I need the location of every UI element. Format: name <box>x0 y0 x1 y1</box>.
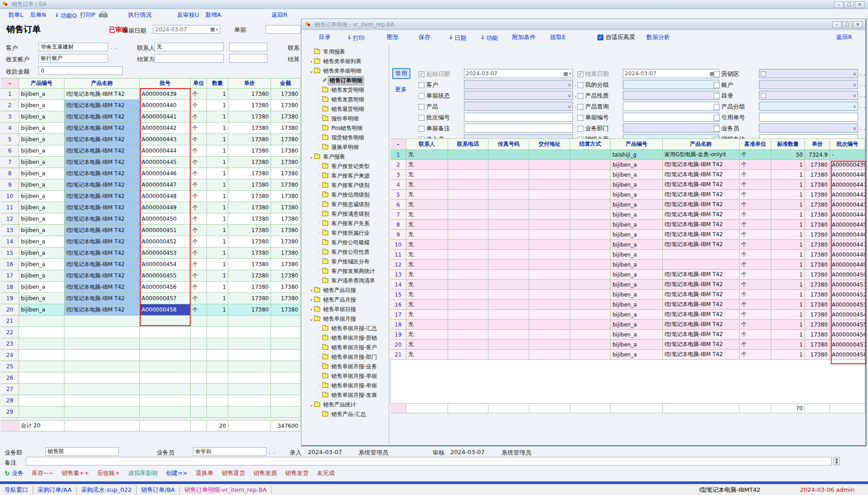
base-unit[interactable]: 个 <box>740 210 771 220</box>
empty-cell[interactable] <box>207 384 228 395</box>
settlement[interactable] <box>570 240 611 250</box>
product-name[interactable]: I型笔记本电脑-IBM T42 <box>64 248 140 259</box>
checkbox-unchecked-icon[interactable] <box>419 126 424 132</box>
tree-expand-icon[interactable]: › <box>309 59 314 64</box>
dropdown-field[interactable]: ∨ <box>759 102 858 111</box>
phone[interactable] <box>448 250 489 260</box>
sidebar-item-销售退货明细[interactable]: ·销售退货明细 <box>319 104 365 114</box>
contact[interactable]: 无 <box>406 340 448 350</box>
dropdown-field[interactable]: ∨ <box>464 91 573 100</box>
fax[interactable] <box>488 340 529 350</box>
product-code[interactable]: bijiben_a <box>19 293 64 304</box>
batch-no[interactable]: A000000440 <box>830 170 865 180</box>
table-row[interactable]: 4bijiben_aI型笔记本电脑-IBM T42A000000442个1173… <box>1 123 301 134</box>
price[interactable]: 17380 <box>805 220 830 230</box>
row-number[interactable]: 8 <box>390 220 406 230</box>
phone[interactable] <box>448 240 489 250</box>
product-code[interactable]: bijiben_a <box>19 100 64 111</box>
column-header[interactable]: 产品名称 <box>64 78 140 89</box>
tree-expand-icon[interactable]: ⌄ <box>309 69 314 74</box>
sidebar-item-销售单据月报[interactable]: ⌄销售单据月报 <box>309 314 357 323</box>
empty-cell[interactable] <box>271 327 301 338</box>
table-row[interactable]: 2bijiben_aI型笔记本电脑-IBM T42A000000440个1173… <box>1 100 301 111</box>
sidebar-item-Pos销售明细[interactable]: ·Pos销售明细 <box>319 124 364 133</box>
row-number[interactable]: 4 <box>390 180 406 190</box>
address[interactable] <box>529 250 570 260</box>
product-name[interactable]: I型笔记本电脑-IBM T42 <box>64 89 140 100</box>
column-header[interactable]: 产品名称 <box>663 139 740 150</box>
product-name[interactable]: I型笔记本电脑-IBM T42 <box>64 270 140 282</box>
footer-action-[interactable]: ↻业务 <box>5 469 24 477</box>
dropdown-field[interactable]: ∨ <box>623 80 719 89</box>
settlement[interactable] <box>570 260 611 270</box>
phone[interactable] <box>448 310 489 320</box>
price[interactable]: 17380 <box>805 320 830 330</box>
batch-no[interactable]: A000000454 <box>830 310 865 320</box>
fax[interactable] <box>488 150 529 160</box>
contact[interactable]: 无 <box>406 310 448 320</box>
qty[interactable]: 1 <box>207 304 228 316</box>
row-number[interactable]: 12 <box>1 213 19 225</box>
checkbox-checked-icon[interactable]: ✓ <box>419 71 424 77</box>
batch-no[interactable]: A000000443 <box>140 134 191 145</box>
product-code[interactable]: bijiben_a <box>19 179 64 191</box>
price[interactable]: 17380 <box>228 293 271 304</box>
settlement[interactable] <box>570 210 611 220</box>
product-code[interactable]: bijiben_a <box>19 259 64 270</box>
table-row[interactable]: 16bijiben_aI型笔记本电脑-IBM T42A000000454个117… <box>1 259 301 270</box>
base-unit[interactable]: 个 <box>740 310 771 320</box>
empty-cell[interactable] <box>19 327 64 338</box>
table-row[interactable]: 20无bijiben_aI型笔记本电脑-IBM T42个117380A00000… <box>390 340 865 350</box>
sidebar-item-客户按登记类型[interactable]: ·客户按登记类型 <box>319 162 371 171</box>
table-row[interactable]: 1无taishiji_g家用G型电脑-金奥-onlyit个507324.9- <box>390 150 865 160</box>
row-number[interactable]: 2 <box>1 100 19 111</box>
empty-cell[interactable] <box>207 406 228 418</box>
batch-no[interactable]: A000000440 <box>140 100 191 111</box>
address[interactable] <box>529 320 570 330</box>
base-unit[interactable]: 个 <box>740 240 771 250</box>
row-number[interactable]: 7 <box>390 210 406 220</box>
filter-field-产品分组[interactable]: ∨ <box>759 102 858 111</box>
product-code[interactable]: bijiben_a <box>19 191 64 202</box>
row-number[interactable]: 15 <box>390 290 406 300</box>
table-row[interactable]: 12无bijiben_a个117380A000000449 <box>390 260 865 270</box>
amount[interactable]: 17380 <box>271 111 301 123</box>
column-header[interactable]: 批次编号 <box>830 139 865 150</box>
dropdown-field[interactable]: ∨ <box>464 102 573 111</box>
product-code[interactable]: bijiben_a <box>611 240 663 250</box>
price[interactable]: 17380 <box>228 202 271 213</box>
contact[interactable]: 无 <box>406 160 448 170</box>
empty-cell[interactable] <box>191 395 207 406</box>
qty[interactable]: 1 <box>207 293 228 304</box>
table-row[interactable]: 16无bijiben_aI型笔记本电脑-IBM T42个117380A00000… <box>390 300 865 310</box>
checkbox-unchecked-icon[interactable] <box>577 93 583 99</box>
fax[interactable] <box>488 270 529 280</box>
checkbox-unchecked-icon[interactable] <box>419 93 424 99</box>
amount[interactable]: 17380 <box>271 282 301 293</box>
batch-no[interactable]: A000000443 <box>830 200 865 210</box>
qty[interactable]: 1 <box>207 111 228 123</box>
salesperson-field[interactable]: 余学前 <box>193 447 266 456</box>
checkbox-unchecked-icon[interactable] <box>577 82 583 88</box>
product-code[interactable]: bijiben_a <box>611 190 663 200</box>
qty[interactable]: 1 <box>207 282 228 293</box>
checkbox-checked-icon[interactable]: ✓ <box>577 71 583 77</box>
table-row[interactable]: 11无bijiben_a个117380A000000448 <box>390 250 865 260</box>
product-code[interactable]: bijiben_a <box>611 340 663 350</box>
fax[interactable] <box>488 250 529 260</box>
table-row[interactable]: 13bijiben_aI型笔记本电脑-IBM T42A000000451个117… <box>1 225 301 236</box>
phone[interactable] <box>448 200 489 210</box>
func-menu-button[interactable]: ↓功能 <box>480 34 486 40</box>
batch-no[interactable]: A000000458 <box>140 304 191 316</box>
dropdown-field[interactable]: ∨ <box>623 124 719 133</box>
settlement[interactable] <box>570 310 611 320</box>
empty-cell[interactable] <box>228 372 271 384</box>
std-qty[interactable]: 1 <box>771 250 805 260</box>
fax[interactable] <box>488 240 529 250</box>
base-unit[interactable]: 个 <box>740 260 771 270</box>
sidebar-item-客户按城区分布[interactable]: ·客户按城区分布 <box>319 257 371 266</box>
batch-no[interactable]: A000000450 <box>830 270 865 280</box>
empty-cell[interactable] <box>64 327 140 338</box>
row-number[interactable]: 9 <box>390 230 406 240</box>
batch-no[interactable]: A000000452 <box>830 290 865 300</box>
